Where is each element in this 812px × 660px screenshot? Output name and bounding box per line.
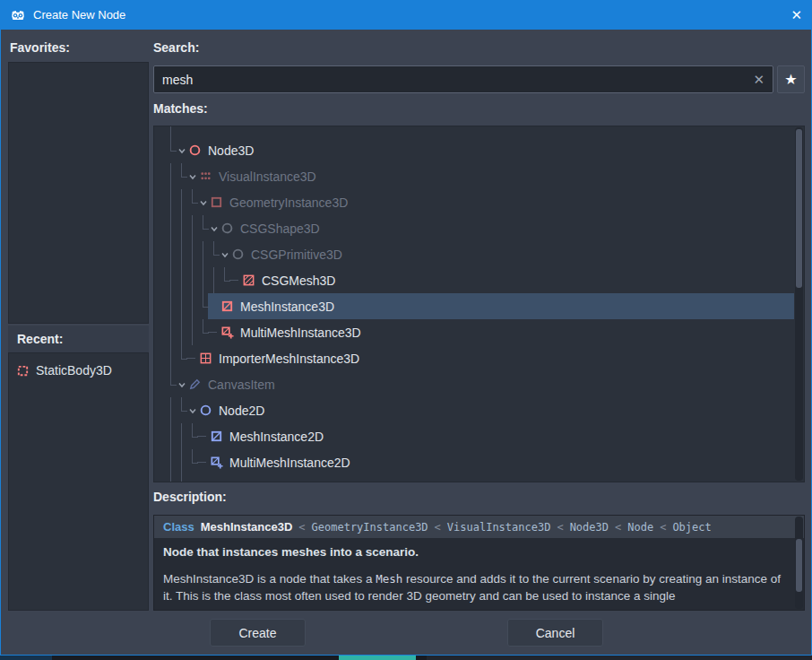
- tree-guide-line: [165, 137, 176, 163]
- node-icon: [199, 482, 212, 482]
- create-button[interactable]: Create: [210, 619, 306, 647]
- inheritance-separator: <: [298, 521, 305, 534]
- tree-guide-line: [186, 267, 197, 293]
- description-label: Description:: [153, 490, 227, 504]
- tree-guide-line: [165, 319, 176, 345]
- tree-item-content: CanvasItem: [176, 371, 794, 397]
- tree-guide-line: [165, 345, 176, 371]
- tree-guide-line: [208, 319, 220, 345]
- recent-label: Recent:: [17, 332, 63, 346]
- tree-guide-line: [165, 397, 176, 423]
- tree-guide-line: [197, 449, 210, 475]
- tree-item-partial[interactable]: [154, 475, 794, 482]
- ancestor-class-link[interactable]: Node3D: [570, 521, 609, 534]
- tree-item-content: Node3D: [176, 137, 794, 163]
- cancel-button[interactable]: Cancel: [507, 619, 603, 647]
- ancestor-class-link[interactable]: Object: [672, 521, 711, 534]
- tree-item-multimeshinstance2d[interactable]: MultiMeshInstance2D: [154, 449, 794, 475]
- tree-item-csgshape3d[interactable]: CSGShape3D: [154, 215, 794, 241]
- tree-item-label: CSGMesh3D: [262, 274, 335, 288]
- node3d-icon: [188, 143, 202, 157]
- geometryinstance3d-icon: [210, 195, 223, 209]
- tree-item-visualinstance3d[interactable]: VisualInstance3D: [154, 163, 794, 189]
- tree-guide-line: [176, 163, 186, 189]
- tree-item-label: CSGShape3D: [240, 221, 320, 236]
- tree-guide-line: [197, 423, 210, 449]
- tree-item-csgmesh3d[interactable]: CSGMesh3D: [154, 267, 794, 293]
- collapse-chevron-icon[interactable]: [186, 397, 199, 423]
- class-long-description: MeshInstance3D is a node that takes a Me…: [154, 560, 804, 604]
- description-scrollbar[interactable]: [795, 517, 803, 609]
- tree-guide-line: [165, 189, 176, 215]
- tree-guide-line: [208, 293, 220, 319]
- csgshape3d-icon: [220, 221, 234, 235]
- tree-scrollbar[interactable]: [795, 127, 803, 481]
- tree-guide-line: [229, 267, 242, 293]
- tree-item-content: GeometryInstance3D: [197, 189, 794, 215]
- tree-guide-line: [165, 267, 176, 293]
- tree-item-geometryinstance3d[interactable]: GeometryInstance3D: [154, 189, 794, 215]
- tree-guide-line: [176, 126, 186, 137]
- search-box: ✕: [153, 65, 773, 93]
- collapse-chevron-icon[interactable]: [176, 371, 188, 397]
- recent-item-staticbody3d[interactable]: StaticBody3D: [9, 359, 148, 382]
- tree-guide-line: [165, 241, 176, 267]
- search-label: Search:: [153, 40, 199, 55]
- tree-guide-line: [186, 345, 199, 371]
- tree-guide-line: [165, 371, 176, 397]
- csgmesh3d-icon: [242, 274, 255, 287]
- tree-item-content: Node2D: [186, 397, 794, 423]
- ancestor-class-link[interactable]: GeometryInstance3D: [312, 521, 428, 534]
- staticbody3d-icon: [16, 364, 30, 378]
- collapse-chevron-icon[interactable]: [176, 137, 188, 163]
- meshinstance2d-icon: [210, 430, 223, 443]
- tree-item-importermeshinstance3d[interactable]: ImporterMeshInstance3D: [154, 345, 794, 371]
- clear-search-icon[interactable]: ✕: [753, 72, 764, 88]
- tree-guide-line: [208, 241, 219, 267]
- tree-item-content: CSGShape3D: [208, 215, 794, 241]
- collapse-chevron-icon[interactable]: [208, 215, 220, 241]
- canvasitem-icon: [188, 378, 202, 391]
- tree-scrollbar-thumb[interactable]: [796, 129, 802, 288]
- background-editor-strip: [0, 656, 812, 660]
- collapse-chevron-icon[interactable]: [219, 241, 231, 267]
- tree-guide-line: [165, 215, 176, 241]
- close-button[interactable]: ✕: [777, 7, 802, 23]
- tree-guide-line: [176, 215, 186, 241]
- visualinstance3d-icon: [199, 169, 212, 183]
- tree-item-meshinstance2d[interactable]: MeshInstance2D: [154, 423, 794, 449]
- tree-item-node2d[interactable]: Node2D: [154, 397, 794, 423]
- ancestor-class-link[interactable]: VisualInstance3D: [447, 521, 551, 534]
- collapse-chevron-icon[interactable]: [197, 189, 210, 215]
- tree-guide-line: [165, 126, 176, 137]
- tree-guide-line: [208, 267, 219, 293]
- tree-guide-line: [186, 241, 197, 267]
- class-keyword: Class: [163, 520, 194, 534]
- meshinstance3d-icon: [220, 300, 234, 313]
- tree-guide-line: [186, 215, 197, 241]
- description-scrollbar-thumb[interactable]: [796, 539, 802, 593]
- background-editor-fragment: [427, 656, 812, 660]
- tree-guide-line: [165, 423, 176, 449]
- search-input[interactable]: [162, 73, 747, 87]
- tree-item-partial[interactable]: [154, 126, 794, 137]
- tree-item-meshinstance3d[interactable]: MeshInstance3D: [154, 293, 794, 319]
- tree-item-label: CanvasItem: [208, 378, 275, 392]
- tree-guide-line: [176, 449, 186, 475]
- ancestor-class-link[interactable]: Node: [627, 521, 653, 534]
- tree-item-label: MeshInstance3D: [240, 300, 334, 314]
- tree-item-multimeshinstance3d[interactable]: MultiMeshInstance3D: [154, 319, 794, 345]
- collapse-chevron-icon[interactable]: [186, 163, 199, 189]
- recent-item-label: StaticBody3D: [36, 363, 112, 378]
- tree-item-content: MeshInstance3D: [208, 293, 794, 319]
- recent-list[interactable]: StaticBody3D: [8, 352, 149, 611]
- tree-guide-line: [197, 293, 208, 319]
- tree-item-csgprimitive3d[interactable]: CSGPrimitive3D: [154, 241, 794, 267]
- tree-item-canvasitem[interactable]: CanvasItem: [154, 371, 794, 397]
- class-brief-description: Node that instances meshes into a scenar…: [154, 538, 804, 560]
- tree-item-node3d[interactable]: Node3D: [154, 137, 794, 163]
- favorites-list[interactable]: [8, 62, 149, 324]
- toggle-favorite-button[interactable]: ★: [777, 65, 805, 93]
- description-text: MeshInstance3D is a node that takes a: [163, 572, 376, 586]
- recent-header: Recent:: [8, 326, 149, 352]
